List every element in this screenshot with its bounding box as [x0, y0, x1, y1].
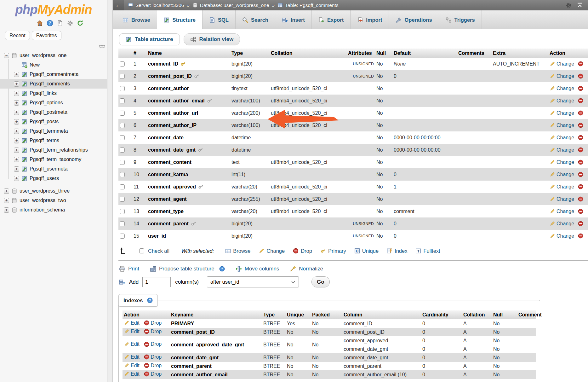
back-button[interactable]: ←	[113, 0, 124, 10]
change-link[interactable]: Change	[557, 86, 574, 91]
drop-icon[interactable]	[578, 172, 583, 177]
tab-browse[interactable]: Browse	[116, 10, 157, 29]
tree-table-Pgsqff_options[interactable]: +Pgsqff_options	[0, 98, 107, 107]
tab-import[interactable]: Import	[351, 10, 389, 29]
change-link[interactable]: Change	[557, 73, 574, 79]
recent-button[interactable]: Recent	[5, 31, 30, 40]
tree-table-Pgsqff_term_relationships[interactable]: +Pgsqff_term_relationships	[0, 145, 107, 155]
tree-table-Pgsqff_posts[interactable]: +Pgsqff_posts	[0, 117, 107, 126]
change-link[interactable]: Change	[557, 61, 574, 67]
change-link[interactable]: Change	[557, 147, 574, 153]
tree-table-Pgsqff_users[interactable]: +Pgsqff_users	[0, 174, 107, 183]
selected-action-fulltext[interactable]: TFulltext	[415, 248, 440, 254]
expand-icon[interactable]: +	[14, 138, 19, 143]
check-all-link[interactable]: Check all	[148, 248, 169, 254]
expand-icon[interactable]: +	[14, 157, 19, 162]
index-edit[interactable]: Edit	[124, 341, 140, 347]
drop-icon[interactable]	[578, 184, 583, 189]
index-edit[interactable]: Edit	[124, 320, 140, 326]
change-link[interactable]: Change	[557, 196, 574, 202]
row-checkbox[interactable]	[120, 234, 125, 239]
row-checkbox[interactable]	[120, 172, 125, 177]
change-link[interactable]: Change	[557, 123, 574, 128]
row-checkbox[interactable]	[120, 221, 125, 226]
selected-action-browse[interactable]: Browse	[225, 248, 250, 254]
add-column-count-input[interactable]	[142, 277, 171, 287]
index-drop[interactable]: Drop	[144, 354, 162, 360]
expand-icon[interactable]: +	[4, 198, 9, 203]
change-link[interactable]: Change	[557, 233, 574, 239]
tree-table-Pgsqff_term_taxonomy[interactable]: +Pgsqff_term_taxonomy	[0, 155, 107, 164]
drop-icon[interactable]	[578, 86, 583, 91]
change-link[interactable]: Change	[557, 172, 574, 177]
breadcrumb-item[interactable]: Server: localhost:3306	[128, 3, 184, 8]
expand-icon[interactable]: +	[14, 119, 19, 124]
row-checkbox[interactable]	[120, 135, 125, 140]
link-icon[interactable]	[99, 44, 105, 49]
refresh-icon[interactable]	[77, 20, 83, 26]
expand-icon[interactable]: +	[14, 110, 19, 115]
index-drop[interactable]: Drop	[144, 329, 162, 334]
expand-icon[interactable]: +	[14, 72, 19, 77]
tool-print[interactable]: Print	[119, 266, 139, 272]
tool-propose-table-structure[interactable]: Propose table structure?	[150, 266, 225, 272]
selected-action-unique[interactable]: UUnique	[354, 248, 379, 254]
breadcrumb-item[interactable]: Table: Pgsqff_comments	[277, 3, 338, 8]
drop-icon[interactable]	[578, 98, 583, 103]
change-link[interactable]: Change	[557, 135, 574, 140]
subtab-table-structure[interactable]: Table structure	[119, 33, 180, 45]
change-link[interactable]: Change	[557, 184, 574, 189]
expand-icon[interactable]: +	[14, 100, 19, 106]
gear-icon[interactable]	[67, 20, 73, 26]
drop-icon[interactable]	[578, 110, 583, 116]
drop-icon[interactable]	[578, 147, 583, 153]
tree-table-Pgsqff_terms[interactable]: +Pgsqff_terms	[0, 136, 107, 145]
tree-table-Pgsqff_comments[interactable]: +Pgsqff_comments	[0, 79, 107, 89]
drop-icon[interactable]	[578, 233, 583, 239]
change-link[interactable]: Change	[557, 98, 574, 103]
row-checkbox[interactable]	[120, 184, 125, 189]
index-drop[interactable]: Drop	[144, 371, 162, 377]
index-edit[interactable]: Edit	[124, 363, 140, 368]
tree-table-Pgsqff_termmeta[interactable]: +Pgsqff_termmeta	[0, 126, 107, 136]
tree-db-user_wordpress_one[interactable]: −user_wordpress_one	[0, 51, 107, 60]
expand-icon[interactable]: +	[4, 207, 9, 213]
expand-icon[interactable]: +	[14, 148, 19, 153]
index-drop[interactable]: Drop	[144, 363, 162, 368]
drop-icon[interactable]	[578, 135, 583, 140]
selected-action-index[interactable]: Index	[387, 248, 407, 254]
docs-icon[interactable]	[57, 20, 63, 26]
change-link[interactable]: Change	[557, 209, 574, 214]
selected-action-drop[interactable]: Drop	[293, 248, 312, 254]
change-link[interactable]: Change	[557, 159, 574, 165]
index-edit[interactable]: Edit	[124, 371, 140, 377]
index-drop[interactable]: Drop	[144, 320, 162, 326]
tab-insert[interactable]: Insert	[275, 10, 312, 29]
expand-icon[interactable]: +	[14, 129, 19, 134]
row-checkbox[interactable]	[120, 86, 125, 91]
tab-triggers[interactable]: Triggers	[439, 10, 482, 29]
tree-db-user_wordpress_three[interactable]: +user_wordpress_three	[0, 186, 107, 196]
panel-divider[interactable]	[107, 0, 113, 382]
expand-icon[interactable]: +	[14, 166, 19, 172]
tree-table-Pgsqff_commentmeta[interactable]: +Pgsqff_commentmeta	[0, 70, 107, 79]
tab-operations[interactable]: Operations	[389, 10, 439, 29]
collapse-icon[interactable]: −	[4, 53, 9, 58]
tool-move-columns[interactable]: Move columns	[236, 266, 279, 272]
row-checkbox[interactable]	[120, 98, 125, 103]
tree-db-user_wordpress_two[interactable]: +user_wordpress_two	[0, 196, 107, 205]
row-checkbox[interactable]	[120, 123, 125, 128]
row-checkbox[interactable]	[120, 209, 125, 214]
row-checkbox[interactable]	[120, 111, 125, 116]
drop-icon[interactable]	[578, 61, 583, 67]
expand-icon[interactable]: +	[4, 188, 9, 194]
indexes-help-icon[interactable]: ?	[147, 298, 153, 303]
drop-icon[interactable]	[578, 73, 583, 79]
change-link[interactable]: Change	[557, 110, 574, 116]
home-icon[interactable]	[37, 20, 43, 26]
drop-icon[interactable]	[578, 123, 583, 128]
favorites-button[interactable]: Favorites	[32, 31, 61, 40]
tree-db-information_schema[interactable]: +information_schema	[0, 205, 107, 215]
change-link[interactable]: Change	[557, 221, 574, 226]
drop-icon[interactable]	[578, 221, 583, 226]
